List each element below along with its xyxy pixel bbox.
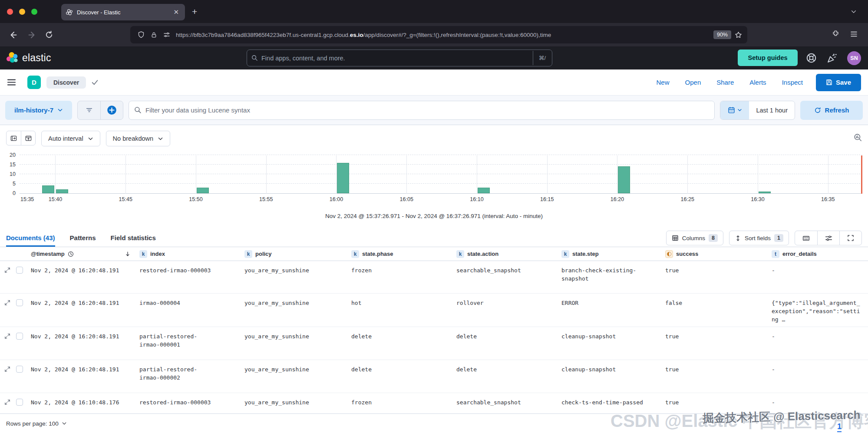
global-search[interactable]: ⌘/ (247, 50, 552, 66)
setup-guides-button[interactable]: Setup guides (738, 50, 798, 66)
reload-icon[interactable] (45, 31, 53, 39)
y-tick-label: 0 (1, 190, 16, 196)
screen: Discover - Elastic ✕ + https:/ (0, 0, 868, 433)
forward-icon[interactable] (27, 31, 36, 39)
row-checkbox[interactable] (16, 267, 23, 274)
documents-table: @timestampkindexkpolicykstate.phasekstat… (0, 247, 868, 413)
refresh-button[interactable]: Refresh (800, 101, 863, 120)
minimize-window-button[interactable] (19, 9, 25, 15)
cell-@timestamp: Nov 2, 2024 @ 16:20:48.191 (28, 261, 137, 293)
new-tab-button[interactable]: + (192, 6, 197, 17)
discover-app-badge[interactable]: D (27, 76, 41, 89)
expand-row-icon[interactable] (4, 366, 10, 393)
fullscreen-icon[interactable] (839, 231, 861, 245)
browser-menu-icon[interactable] (850, 30, 858, 38)
permissions-icon[interactable] (163, 31, 170, 38)
open-link[interactable]: Open (685, 79, 701, 86)
user-avatar[interactable]: SN (847, 51, 861, 65)
query-input[interactable] (145, 106, 709, 114)
column-header-state.step[interactable]: kstate.step (559, 247, 663, 261)
column-header-error_details[interactable]: terror_details (769, 247, 868, 261)
query-input-wrap[interactable] (129, 101, 715, 120)
column-header-policy[interactable]: kpolicy (242, 247, 349, 261)
histogram-bar[interactable] (337, 163, 349, 193)
keyboard-icon[interactable] (795, 231, 817, 245)
text-field-icon: t (772, 250, 779, 258)
nav-menu-icon[interactable] (7, 78, 16, 87)
shield-icon[interactable] (138, 31, 145, 38)
move-chart-icon[interactable] (21, 131, 35, 145)
back-icon[interactable] (10, 31, 18, 39)
edit-visualization-icon[interactable] (854, 133, 862, 142)
sort-desc-icon[interactable] (125, 251, 131, 257)
cell-@timestamp: Nov 2, 2024 @ 16:10:48.176 (28, 393, 137, 413)
cell-state.phase: hot (349, 294, 454, 327)
row-checkbox[interactable] (16, 299, 23, 306)
histogram-bar[interactable] (197, 188, 209, 193)
data-view-picker[interactable]: ilm-history-7 (5, 101, 72, 120)
news-feed-icon[interactable] (827, 53, 838, 63)
calendar-icon[interactable] (720, 101, 749, 119)
expand-row-icon[interactable] (4, 300, 10, 327)
global-search-input[interactable] (261, 55, 533, 62)
close-window-button[interactable] (7, 9, 13, 15)
display-options-icon[interactable] (817, 231, 839, 245)
current-time-marker (861, 155, 862, 194)
url-bar[interactable]: https://bfb3c7b9aa7846ad838f965f4223eb7f… (130, 26, 747, 43)
keyword-field-icon: k (244, 250, 252, 258)
tab-list-chevron-icon[interactable] (851, 9, 857, 15)
x-tick-label: 15:45 (119, 196, 132, 202)
column-header-@timestamp[interactable]: @timestamp (28, 247, 137, 261)
browser-tab[interactable]: Discover - Elastic ✕ (61, 4, 185, 20)
expand-row-icon[interactable] (4, 399, 10, 413)
rows-per-page-button[interactable]: Rows per page: 100 (6, 420, 67, 427)
row-checkbox[interactable] (16, 366, 23, 373)
add-filter-icon[interactable] (100, 101, 123, 119)
lock-icon[interactable] (151, 32, 157, 38)
expand-row-icon[interactable] (4, 333, 10, 360)
alerts-link[interactable]: Alerts (749, 79, 766, 86)
tab-patterns[interactable]: Patterns (70, 229, 96, 247)
histogram-bar[interactable] (56, 189, 68, 193)
expand-row-icon[interactable] (4, 267, 10, 293)
breakdown-select[interactable]: No breakdown (106, 131, 171, 146)
maximize-window-button[interactable] (31, 9, 37, 15)
x-tick-label: 16:35 (821, 196, 835, 202)
x-tick-label: 15:35 (20, 196, 34, 202)
elastic-logo[interactable]: elastic (6, 52, 51, 64)
zoom-level-badge[interactable]: 90% (713, 30, 731, 39)
histogram-bar[interactable] (42, 185, 54, 193)
sort-fields-button[interactable]: Sort fields 1 (729, 231, 789, 245)
y-tick-label: 5 (1, 181, 16, 187)
bookmark-star-icon[interactable] (735, 31, 742, 39)
cell-state.phase: delete (349, 327, 454, 360)
filter-icon[interactable] (78, 101, 100, 119)
column-header-index[interactable]: kindex (137, 247, 242, 261)
search-icon (134, 106, 142, 114)
table-footer: Rows per page: 100 (0, 413, 868, 433)
inspect-link[interactable]: Inspect (782, 79, 803, 86)
time-range-label[interactable]: Last 1 hour (749, 101, 795, 119)
share-link[interactable]: Share (716, 79, 734, 86)
tab-field-statistics[interactable]: Field statistics (111, 229, 156, 247)
row-checkbox[interactable] (16, 399, 23, 406)
interval-select[interactable]: Auto interval (41, 131, 100, 146)
breadcrumb[interactable]: Discover (46, 76, 86, 89)
extensions-icon[interactable] (832, 30, 839, 37)
help-icon[interactable] (806, 53, 817, 63)
tab-documents[interactable]: Documents (43) (6, 229, 55, 247)
save-button[interactable]: Save (816, 74, 861, 91)
window-controls (7, 9, 37, 15)
histogram-bar[interactable] (478, 188, 490, 193)
column-header-state.action[interactable]: kstate.action (454, 247, 559, 261)
columns-button[interactable]: Columns 8 (666, 231, 723, 245)
hide-chart-icon[interactable] (7, 131, 21, 145)
column-header-state.phase[interactable]: kstate.phase (349, 247, 454, 261)
column-header-success[interactable]: success (663, 247, 769, 261)
new-link[interactable]: New (657, 79, 670, 86)
histogram-bar[interactable] (759, 192, 771, 193)
tab-close-icon[interactable]: ✕ (172, 8, 181, 16)
row-checkbox[interactable] (16, 333, 23, 340)
cell-success: true (663, 327, 769, 360)
histogram-bar[interactable] (618, 166, 630, 193)
